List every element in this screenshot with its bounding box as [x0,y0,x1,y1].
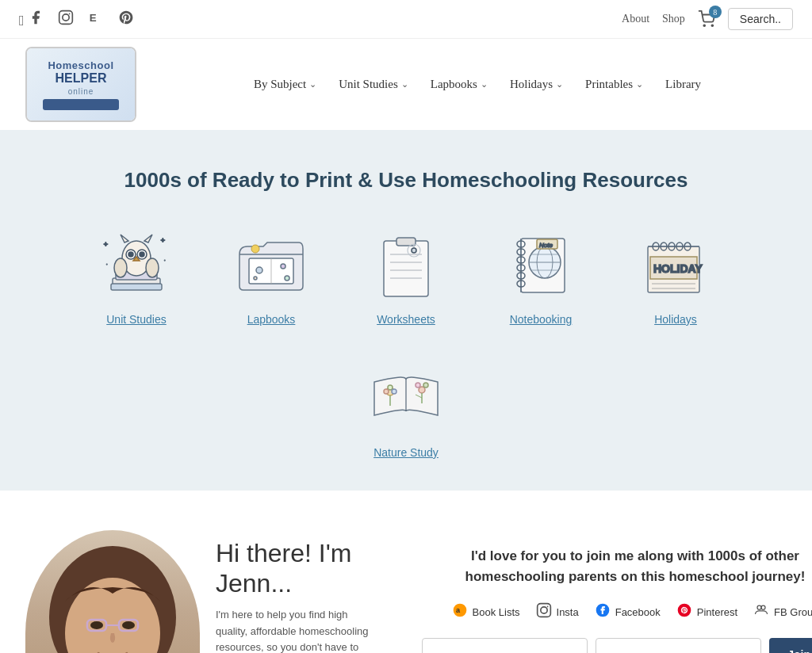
svg-point-17 [114,258,127,277]
svg-point-73 [388,385,393,390]
name-input[interactable] [422,638,588,653]
instagram-label: Insta [557,606,579,618]
svg-point-91 [757,605,761,609]
amazon-label: Book Lists [473,606,520,618]
notebooking-label: Notebooking [510,313,573,326]
lapbooks-icon [228,224,315,304]
worksheets-label: Worksheets [377,313,435,326]
svg-marker-16 [144,235,152,242]
svg-point-78 [90,621,103,629]
holidays-label: Holidays [654,313,697,326]
svg-point-87 [540,607,546,613]
facebook-social-link[interactable]: Facebook [595,602,661,622]
cart-icon[interactable]: 8 [698,10,715,28]
svg-rect-0 [59,10,73,24]
svg-point-68 [416,383,420,388]
nav-printables[interactable]: Printables ⌄ [585,78,643,91]
svg-rect-30 [384,241,428,296]
holidays-icon: HOLIDAY [632,224,719,304]
resource-grid: ✦ ✦ · · Unit Studies [19,224,793,459]
signup-form-row: Join the HHO Squad [422,638,812,653]
resource-lapbooks[interactable]: Lapbooks [220,224,323,326]
holidays-arrow: ⌄ [556,79,563,90]
nav-by-subject[interactable]: By Subject ⌄ [254,78,316,91]
svg-point-1 [63,13,69,20]
svg-point-75 [392,389,396,394]
email-input[interactable] [596,638,761,653]
lapbooks-arrow: ⌄ [481,79,488,90]
top-bar-social:  E [19,10,134,29]
fb-group-label: FB Group [774,606,812,618]
nav-lapbooks[interactable]: Lapbooks ⌄ [431,78,488,91]
by-subject-arrow: ⌄ [309,79,316,90]
pinterest-label: Pinterest [697,606,737,618]
resource-unit-studies[interactable]: ✦ ✦ · · Unit Studies [85,224,188,326]
facebook-icon[interactable]:  [19,10,44,29]
worksheets-icon [362,224,450,304]
nature-study-label: Nature Study [373,446,439,459]
svg-point-88 [546,606,548,608]
fb-group-link[interactable]: FB Group [753,602,812,622]
svg-text:✦: ✦ [103,241,109,248]
site-logo[interactable]: Homeschool HELPER online [25,47,136,122]
logo-sub: online [68,87,94,96]
pinterest-social-link[interactable]: Pinterest [676,602,737,622]
resource-holidays[interactable]: HOLIDAY Holidays [624,224,727,326]
facebook-social-icon [595,602,611,622]
svg-point-25 [256,267,262,273]
main-nav: By Subject ⌄ Unit Studies ⌄ Lapbooks ⌄ H… [168,78,787,91]
shop-link[interactable]: Shop [662,13,685,25]
etsy-icon[interactable]: E [88,10,104,29]
svg-point-2 [69,13,71,14]
nav-library[interactable]: Library [665,78,701,91]
svg-text:✦: ✦ [160,237,166,244]
author-photo [25,530,200,653]
nav-holidays[interactable]: Holidays ⌄ [510,78,563,91]
top-bar:  E About Shop 8 Search.. [0,0,812,39]
nav-unit-studies[interactable]: Unit Studies ⌄ [339,78,408,91]
svg-text:E: E [90,12,97,24]
svg-point-29 [251,245,259,253]
resource-nature-study[interactable]: Nature Study [354,357,458,459]
about-right-title: I'd love for you to join me along with 1… [422,546,812,586]
svg-point-13 [140,252,144,257]
svg-marker-15 [121,235,128,242]
svg-point-92 [761,605,765,609]
svg-rect-8 [111,284,162,290]
svg-point-27 [254,277,257,280]
svg-text:HOLIDAY: HOLIDAY [653,262,703,275]
instagram-icon[interactable] [58,10,74,29]
unit-studies-arrow: ⌄ [401,79,408,90]
svg-point-74 [384,389,389,394]
svg-point-5 [711,25,713,26]
amazon-icon: a [452,602,468,622]
about-text: Hi there! I'm Jenn... I'm here to help y… [200,530,406,653]
join-button[interactable]: Join the HHO Squad [769,638,812,653]
svg-text:·: · [106,262,108,267]
about-section: Hi there! I'm Jenn... I'm here to help y… [0,491,812,653]
amazon-book-lists-link[interactable]: a Book Lists [452,602,520,622]
svg-point-66 [419,387,425,393]
nature-study-icon [362,357,450,437]
svg-point-90 [677,604,691,617]
search-button[interactable]: Search.. [728,8,793,30]
lapbooks-label: Lapbooks [247,313,296,326]
about-link[interactable]: About [622,13,649,25]
svg-point-26 [281,264,285,269]
resource-worksheets[interactable]: Worksheets [354,224,458,326]
pinterest-icon[interactable] [118,10,134,29]
about-greeting: Hi there! I'm Jenn... [216,538,382,599]
svg-point-28 [285,276,289,281]
main-header: Homeschool HELPER online By Subject ⌄ Un… [0,39,812,130]
resource-notebooking[interactable]: Note Notebooking [489,224,592,326]
facebook-label: Facebook [615,606,661,618]
svg-point-38 [412,248,416,253]
about-right: I'd love for you to join me along with 1… [406,530,812,653]
unit-studies-icon: ✦ ✦ · · [93,224,180,304]
logo-line1: Homeschool [48,59,113,71]
hero-section: 1000s of Ready to Print & Use Homeschool… [0,130,812,491]
about-description: I'm here to help you find high quality, … [216,607,382,653]
instagram-link[interactable]: Insta [536,602,579,622]
fb-group-icon [753,602,769,622]
svg-text:·: · [164,258,166,263]
